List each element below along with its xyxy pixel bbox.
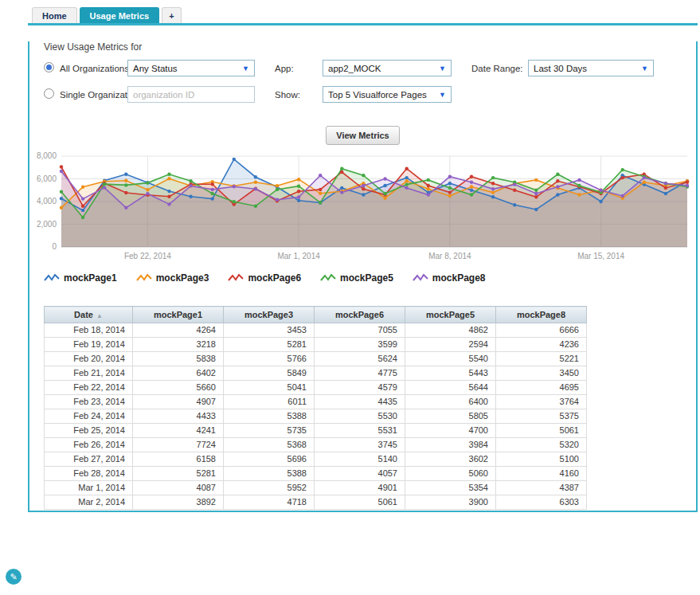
organization-id-input[interactable] (127, 86, 255, 103)
date-range-select[interactable]: Last 30 Days ▼ (528, 60, 654, 76)
table-cell: 4718 (224, 495, 315, 510)
table-cell: 4907 (133, 395, 224, 409)
button-row: View Metrics (29, 126, 696, 145)
table-cell: Feb 24, 2014 (45, 409, 133, 424)
data-point (621, 194, 624, 198)
table-row: Feb 23, 201449076011443564003764 (45, 395, 587, 409)
data-point (686, 184, 689, 187)
data-point (60, 165, 63, 168)
data-point (254, 181, 257, 184)
data-point (534, 208, 538, 211)
metrics-table: Date▲mockPage1mockPage3mockPage6mockPage… (44, 306, 587, 510)
status-select-value: Any Status (133, 64, 178, 73)
data-point (319, 201, 322, 204)
data-point (103, 186, 106, 189)
table-cell: 4695 (496, 381, 587, 395)
data-point (362, 187, 365, 190)
tab-underline (28, 23, 698, 25)
legend-line-icon (228, 273, 244, 283)
data-point (340, 190, 343, 194)
data-point (556, 173, 559, 176)
table-cell: 3764 (496, 395, 587, 409)
tab-home[interactable]: Home (32, 7, 77, 23)
data-point (60, 170, 63, 173)
table-cell: 5660 (133, 381, 224, 395)
data-point (297, 199, 300, 202)
table-cell: 6402 (133, 366, 224, 381)
filters-form: All Organizations Any Status ▼ App: app2… (44, 59, 696, 105)
table-cell: 4264 (133, 323, 224, 338)
data-point (405, 182, 409, 186)
status-select[interactable]: Any Status ▼ (127, 60, 255, 76)
data-point (577, 193, 581, 196)
column-header-mockpage5[interactable]: mockPage5 (405, 307, 496, 323)
data-point (621, 176, 624, 179)
table-cell: 5838 (133, 352, 224, 366)
table-cell: 5061 (496, 424, 587, 438)
y-axis-tick-label: 0 (52, 242, 57, 251)
data-point (340, 167, 343, 170)
data-point (233, 200, 236, 203)
legend-item: mockPage3 (136, 272, 209, 284)
data-point (470, 185, 473, 188)
data-point (362, 174, 365, 177)
table-cell: 3453 (224, 323, 315, 338)
data-point (448, 194, 452, 198)
table-cell: 4435 (315, 395, 405, 409)
sort-ascending-icon: ▲ (96, 312, 103, 319)
tab-new-plus[interactable]: + (162, 7, 181, 23)
chevron-down-icon: ▼ (439, 65, 446, 72)
table-cell: 4862 (405, 323, 496, 338)
single-organization-radio[interactable] (44, 88, 54, 99)
table-cell: 4700 (405, 424, 496, 438)
tab-usage-metrics[interactable]: Usage Metrics (80, 7, 160, 23)
table-cell: Feb 27, 2014 (45, 452, 133, 467)
table-row: Feb 27, 201461585696514036025100 (45, 452, 587, 467)
legend-line-icon (44, 273, 60, 283)
data-point (319, 188, 322, 191)
legend-label: mockPage1 (64, 272, 117, 284)
app-select[interactable]: app2_MOCK ▼ (323, 60, 452, 76)
table-cell: Mar 2, 2014 (45, 495, 133, 510)
chart-legend: mockPage1mockPage3mockPage6mockPage5mock… (44, 272, 696, 284)
view-metrics-button[interactable]: View Metrics (326, 126, 399, 145)
data-point (319, 174, 322, 177)
table-cell: Feb 23, 2014 (45, 395, 133, 409)
column-header-date[interactable]: Date▲ (45, 307, 133, 323)
data-point (448, 175, 452, 178)
data-point (254, 187, 257, 190)
data-point (577, 178, 581, 182)
table-cell: 3599 (315, 338, 405, 352)
all-organizations-radio[interactable] (44, 62, 54, 72)
data-point (211, 188, 214, 191)
table-cell: 5644 (405, 381, 496, 395)
show-select[interactable]: Top 5 Visualforce Pages ▼ (323, 86, 452, 103)
table-cell: 4901 (315, 481, 405, 495)
table-cell: 5849 (224, 366, 315, 381)
data-point (556, 179, 559, 182)
x-axis-tick-label: Feb 22, 2014 (124, 252, 171, 260)
data-point (362, 184, 365, 187)
table-cell: 5735 (224, 424, 315, 438)
data-point (297, 195, 300, 198)
column-header-mockpage6[interactable]: mockPage6 (315, 307, 405, 323)
column-header-mockpage1[interactable]: mockPage1 (133, 307, 224, 323)
table-cell: 5320 (496, 438, 587, 452)
data-point (448, 190, 452, 194)
table-cell: 6158 (133, 452, 224, 467)
table-cell: 5281 (133, 467, 224, 481)
x-axis-tick-label: Mar 8, 2014 (428, 252, 471, 260)
usage-chart: 02,0004,0006,0008,000Feb 22, 2014Mar 1, … (29, 151, 696, 264)
data-point (448, 186, 452, 190)
table-row: Feb 25, 201442415735553147005061 (45, 424, 587, 438)
data-point (189, 195, 192, 198)
chevron-down-icon: ▼ (242, 65, 249, 72)
legend-label: mockPage5 (340, 272, 393, 284)
edit-pencil-icon[interactable]: ✎ (6, 569, 22, 585)
table-cell: Feb 21, 2014 (45, 366, 133, 381)
data-point (470, 193, 473, 196)
usage-chart-svg: 02,0004,0006,0008,000Feb 22, 2014Mar 1, … (29, 151, 693, 264)
column-header-mockpage8[interactable]: mockPage8 (496, 307, 587, 323)
data-point (664, 192, 667, 195)
column-header-mockpage3[interactable]: mockPage3 (224, 307, 315, 323)
